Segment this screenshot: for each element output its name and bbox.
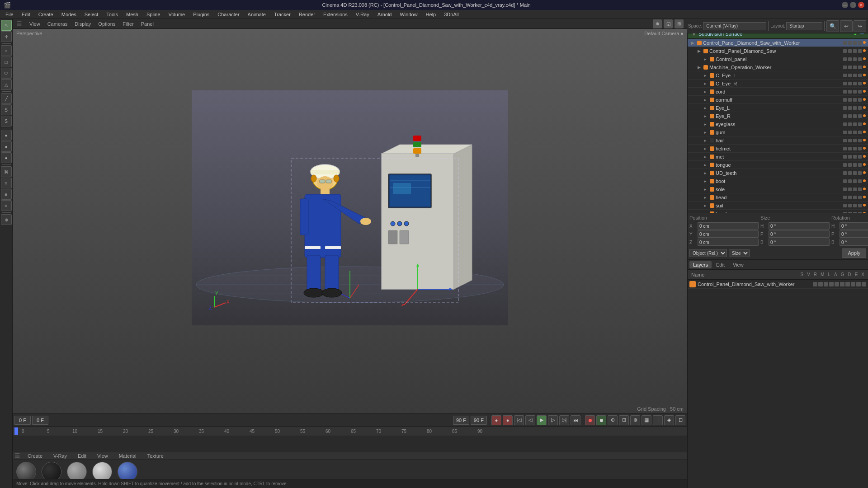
tree-right-icon[interactable]: [853, 212, 857, 213]
tool-a2[interactable]: ≡: [1, 178, 12, 188]
pos-y-input[interactable]: [698, 230, 759, 238]
menu-item-volume[interactable]: Volume: [165, 11, 189, 18]
tree-item-met[interactable]: ▸met: [688, 153, 868, 161]
menu-item-v-ray[interactable]: V-Ray: [352, 11, 373, 18]
layers-tab-view[interactable]: View: [729, 261, 747, 268]
tree-right-icon[interactable]: [858, 74, 862, 77]
tool-l1[interactable]: ╱: [1, 93, 12, 104]
btn-4[interactable]: ▷|: [559, 415, 569, 425]
tool-move2[interactable]: ✛: [1, 31, 12, 42]
menu-item-edit[interactable]: Edit: [18, 11, 34, 18]
layers-tab-layers[interactable]: Layers: [689, 261, 712, 268]
layer-icon-7[interactable]: [845, 282, 850, 286]
btn-pwr7[interactable]: ⊹: [653, 415, 663, 425]
pos-x-input[interactable]: [698, 222, 759, 230]
tree-right-icon[interactable]: [843, 204, 847, 207]
viewport-tab-options[interactable]: Options: [98, 21, 115, 27]
minimize-button[interactable]: —: [842, 2, 848, 8]
layer-icon-2[interactable]: [818, 282, 823, 286]
layer-icon-1[interactable]: [813, 282, 817, 286]
tree-right-icon[interactable]: [848, 74, 852, 77]
pos-z-input[interactable]: [698, 239, 759, 246]
layer-icon-6[interactable]: [840, 282, 844, 286]
object-tree[interactable]: ▶Control_Panel_Diamond_Saw_with_Worker▶C…: [688, 39, 868, 213]
tree-right-icon[interactable]: [848, 98, 852, 102]
viewport-icon-2[interactable]: ◱: [664, 19, 673, 28]
tree-right-icon[interactable]: [853, 106, 857, 110]
tree-right-icon[interactable]: [843, 131, 847, 134]
tree-right-icon[interactable]: [858, 163, 862, 167]
tree-right-icon[interactable]: [848, 90, 852, 94]
tree-right-icon[interactable]: [848, 188, 852, 191]
menu-item-arnold[interactable]: Arnold: [374, 11, 396, 18]
timeline-track[interactable]: [13, 436, 687, 452]
tree-right-icon[interactable]: [853, 196, 857, 199]
menu-item-character[interactable]: Character: [214, 11, 243, 18]
btn-pwr3[interactable]: ⊕: [608, 415, 618, 425]
tool-a1[interactable]: ⌘: [1, 166, 12, 177]
tree-right-icon[interactable]: [843, 49, 847, 53]
tree-right-icon[interactable]: [858, 49, 862, 53]
tree-item-gum[interactable]: ▸gum: [688, 128, 868, 136]
menu-item--doall[interactable]: 3DoAll: [440, 11, 462, 18]
tree-right-icon[interactable]: [858, 106, 862, 110]
tree-right-icon[interactable]: [853, 179, 857, 183]
tree-right-icon[interactable]: [853, 163, 857, 167]
tree-right-icon[interactable]: [843, 106, 847, 110]
viewport-icon-1[interactable]: ⊕: [653, 19, 662, 28]
tool-cone[interactable]: △: [1, 79, 12, 90]
viewport-canvas[interactable]: Perspective Default Camera ● Grid Spacin…: [13, 29, 687, 413]
tree-right-icon[interactable]: [843, 179, 847, 183]
tree-right-icon[interactable]: [853, 57, 857, 61]
tool-b1[interactable]: ⊕: [1, 214, 12, 225]
tool-undo[interactable]: ↩: [840, 20, 853, 32]
btn-3[interactable]: ▷: [548, 415, 558, 425]
tree-right-icon[interactable]: [853, 114, 857, 118]
mat-tab-vray[interactable]: V-Ray: [50, 452, 71, 460]
frame-current-input[interactable]: [32, 416, 48, 425]
tree-right-icon[interactable]: [843, 90, 847, 94]
tree-item-eye-l[interactable]: ▸Eye_L: [688, 104, 868, 112]
tree-right-icon[interactable]: [858, 196, 862, 199]
btn-pwr4[interactable]: ⊞: [619, 415, 629, 425]
tree-right-icon[interactable]: [853, 98, 857, 102]
tree-item-c-eye-r[interactable]: ▸C_Eye_R: [688, 80, 868, 88]
mat-tab-edit[interactable]: Edit: [74, 452, 90, 460]
tree-item-hair[interactable]: ▸hair: [688, 136, 868, 145]
material-menu-icon[interactable]: ☰: [14, 452, 20, 460]
tree-right-icon[interactable]: [848, 147, 852, 150]
size-type-select[interactable]: Size: [729, 249, 750, 257]
tree-right-icon[interactable]: [848, 196, 852, 199]
fps2-input[interactable]: [471, 416, 487, 425]
tree-right-icon[interactable]: [848, 49, 852, 53]
tool-select[interactable]: ↖: [1, 20, 12, 31]
tree-right-icon[interactable]: [858, 98, 862, 102]
menu-item-select[interactable]: Select: [81, 11, 102, 18]
tree-right-icon[interactable]: [853, 204, 857, 207]
tree-right-icon[interactable]: [858, 139, 862, 142]
tree-right-icon[interactable]: [848, 171, 852, 175]
menu-item-window[interactable]: Window: [396, 11, 421, 18]
btn-pwr2[interactable]: ⏺: [596, 415, 606, 425]
tree-right-icon[interactable]: [848, 82, 852, 85]
tree-right-icon[interactable]: [858, 90, 862, 94]
btn-pwr5[interactable]: ⊛: [630, 415, 640, 425]
layer-item-main[interactable]: Control_Panel_Diamond_Saw_with_Worker: [688, 280, 868, 289]
tree-right-icon[interactable]: [858, 66, 862, 69]
tree-right-icon[interactable]: [858, 171, 862, 175]
record2-button[interactable]: ●: [503, 415, 513, 425]
tree-item-control-panel-diamond-saw-with-worker[interactable]: ▶Control_Panel_Diamond_Saw_with_Worker: [688, 39, 868, 47]
tree-item-sole[interactable]: ▸sole: [688, 185, 868, 193]
tree-right-icon[interactable]: [848, 131, 852, 134]
record-button[interactable]: ●: [491, 415, 501, 425]
tree-right-icon[interactable]: [853, 155, 857, 159]
layer-icon-8[interactable]: [851, 282, 855, 286]
tree-right-icon[interactable]: [853, 74, 857, 77]
layer-icon-9[interactable]: [856, 282, 861, 286]
tree-right-icon[interactable]: [853, 171, 857, 175]
tool-box[interactable]: □: [1, 56, 12, 67]
tree-right-icon[interactable]: [858, 212, 862, 213]
tree-right-icon[interactable]: [843, 196, 847, 199]
menu-item-file[interactable]: File: [2, 11, 17, 18]
viewport-tab-filter[interactable]: Filter: [123, 21, 133, 27]
